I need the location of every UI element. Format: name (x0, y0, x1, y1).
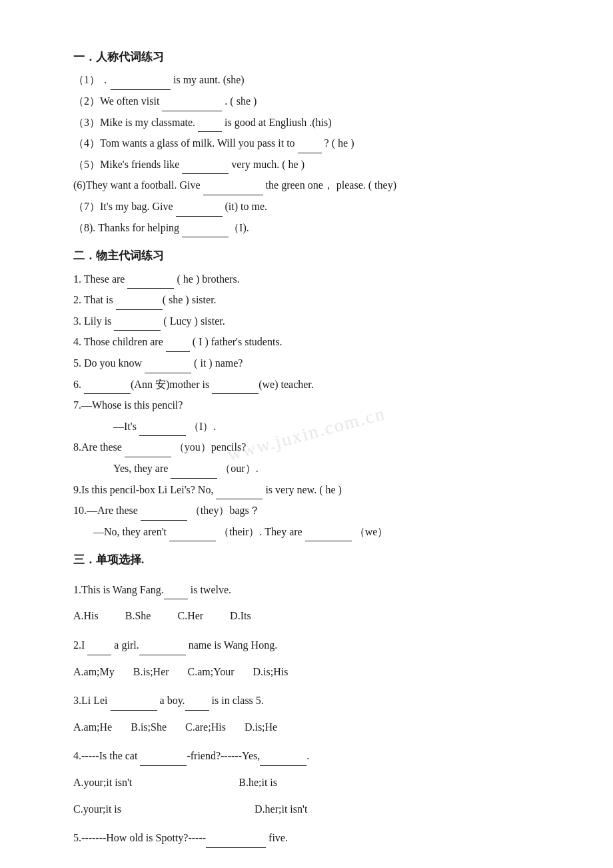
s2-blank-2[interactable] (116, 298, 163, 310)
mc-q4-optC[interactable]: C.your;it is (73, 799, 121, 819)
mc-q3-optB[interactable]: B.is;She (131, 717, 167, 737)
blank-5[interactable] (182, 162, 229, 174)
mc-q2-optC[interactable]: C.am;Your (188, 662, 235, 682)
s2-line-7b: —It's （I）. (73, 417, 540, 437)
mc-q2-blank1[interactable] (87, 643, 111, 655)
s2-blank-10c[interactable] (305, 529, 352, 541)
mc-q4: 4.-----Is the cat -friend?------Yes,. (73, 746, 540, 766)
line-8: （8). Thanks for helping （I). (73, 218, 540, 238)
s2-blank-1[interactable] (127, 277, 174, 289)
mc-q5-blank[interactable] (206, 836, 266, 848)
s2-line-8b: Yes, they are （our）. (73, 459, 540, 479)
mc-q1: 1.This is Wang Fang. is twelve. (73, 580, 540, 600)
mc-q1-optD[interactable]: D.Its (230, 606, 251, 626)
mc-q2-options: A.am;My B.is;Her C.am;Your D.is;His (73, 662, 540, 682)
mc-q2-optA[interactable]: A.am;My (73, 662, 115, 682)
s2-line-7: 7.—Whose is this pencil? (73, 395, 540, 415)
blank-4[interactable] (298, 141, 322, 153)
mc-q4-options-row2: C.your;it is D.her;it isn't (73, 799, 540, 819)
mc-q1-options: A.His B.She C.Her D.Its (73, 606, 540, 626)
s2-blank-6a[interactable] (84, 382, 131, 394)
s2-line-3: 3. Lily is ( Lucy ) sister. (73, 311, 540, 331)
s2-line-2: 2. That is ( she ) sister. (73, 290, 540, 310)
s2-blank-8b[interactable] (171, 467, 217, 479)
line-2: （2）We often visit . ( she ) (73, 91, 540, 111)
section3-title: 三．单项选择. (73, 549, 540, 570)
line-6: (6)They want a football. Give the green … (73, 175, 540, 195)
s2-blank-5[interactable] (145, 361, 191, 373)
mc-q4-optA[interactable]: A.your;it isn't (73, 773, 132, 793)
mc-q3-optC[interactable]: C.are;His (185, 717, 226, 737)
s2-blank-3[interactable] (114, 319, 161, 331)
mc-q3-blank2[interactable] (185, 699, 209, 711)
blank-1[interactable] (111, 78, 171, 90)
line-4: （4）Tom wants a glass of milk. Will you p… (73, 133, 540, 153)
s2-line-5: 5. Do you know ( it ) name? (73, 353, 540, 373)
s2-line-4: 4. Those children are ( I ) father's stu… (73, 332, 540, 352)
mc-q2-optD[interactable]: D.is;His (253, 662, 289, 682)
blank-2[interactable] (162, 99, 222, 111)
mc-q1-optA[interactable]: A.His (73, 606, 99, 626)
mc-q3-options: A.am;He B.is;She C.are;His D.is;He (73, 717, 540, 737)
line-7: （7）It's my bag. Give (it) to me. (73, 197, 540, 217)
blank-6[interactable] (203, 183, 263, 195)
s2-line-6: 6. (Ann 安)mother is (we) teacher. (73, 375, 540, 395)
s2-line-10: 10.—Are these （they）bags？ (73, 501, 540, 521)
mc-q1-optB[interactable]: B.She (125, 606, 151, 626)
blank-3[interactable] (198, 120, 222, 132)
line-3: （3）Mike is my classmate. is good at Engl… (73, 113, 540, 133)
s2-blank-4[interactable] (166, 340, 190, 352)
mc-q2-blank2[interactable] (139, 643, 186, 655)
s2-blank-10a[interactable] (141, 509, 187, 521)
blank-7[interactable] (176, 205, 223, 217)
blank-8[interactable] (182, 225, 229, 237)
mc-q2: 2.I a girl. name is Wang Hong. (73, 635, 540, 655)
mc-q5: 5.-------How old is Spotty?----- five. (73, 828, 540, 848)
s2-blank-8a[interactable] (125, 445, 171, 457)
s2-line-10b: —No, they aren't （their）. They are （we） (73, 522, 540, 542)
mc-q2-optB[interactable]: B.is;Her (133, 662, 169, 682)
s2-blank-7[interactable] (139, 424, 186, 436)
line-1: （1）． is my aunt. (she) (73, 70, 540, 90)
s2-line-8: 8.Are these （you）pencils? (73, 437, 540, 457)
s2-blank-10b[interactable] (169, 529, 216, 541)
s2-blank-6b[interactable] (212, 382, 259, 394)
s2-blank-9[interactable] (216, 487, 263, 499)
mc-q4-options-row1: A.your;it isn't B.he;it is (73, 773, 540, 793)
mc-q3: 3.Li Lei a boy. is in class 5. (73, 691, 540, 711)
mc-q3-optD[interactable]: D.is;He (245, 717, 277, 737)
mc-q4-blank2[interactable] (260, 754, 306, 766)
s2-line-1: 1. These are ( he ) brothers. (73, 269, 540, 289)
mc-q4-optD[interactable]: D.her;it isn't (255, 799, 307, 819)
mc-q3-blank1[interactable] (111, 699, 157, 711)
line-5: （5）Mike's friends like very much. ( he ) (73, 155, 540, 175)
mc-q4-optB[interactable]: B.he;it is (239, 773, 277, 793)
section1-title: 一．人称代词练习 (73, 47, 540, 67)
mc-q3-optA[interactable]: A.am;He (73, 717, 112, 737)
mc-q1-optC[interactable]: C.Her (177, 606, 203, 626)
section2-title: 二．物主代词练习 (73, 245, 540, 266)
mc-q1-blank[interactable] (164, 587, 188, 599)
mc-q4-blank1[interactable] (140, 754, 187, 766)
s2-line-9: 9.Is this pencil-box Li Lei's? No, is ve… (73, 480, 540, 500)
